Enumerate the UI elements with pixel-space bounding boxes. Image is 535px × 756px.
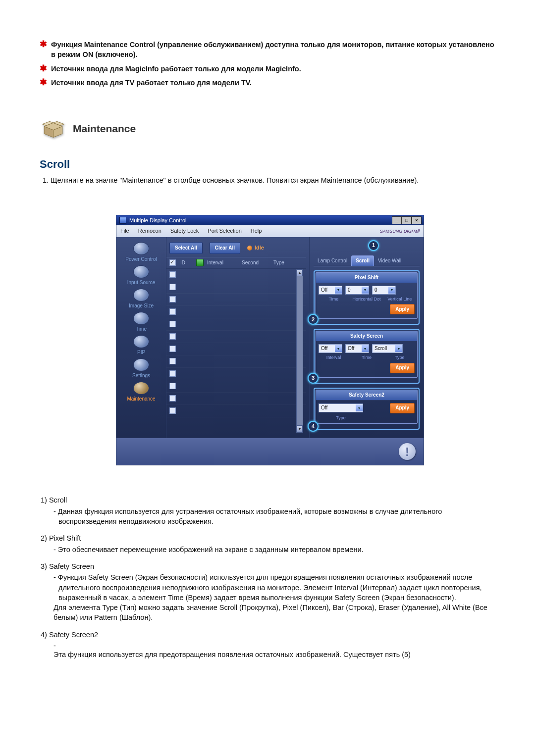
table-row[interactable] xyxy=(166,343,306,355)
titlebar: Multiple Display Control _ □ × xyxy=(116,215,424,225)
menu-file[interactable]: File xyxy=(120,227,129,235)
table-scrollbar[interactable]: ▴ ▾ xyxy=(296,269,303,433)
sidebar-item-maintenance[interactable]: Maintenance xyxy=(119,381,163,404)
clear-all-button[interactable]: Clear All xyxy=(210,242,240,254)
row-checkbox[interactable] xyxy=(169,346,176,352)
row-checkbox[interactable] xyxy=(169,296,176,302)
status-bar: ! xyxy=(116,438,424,465)
pixel-shift-title: Pixel Shift xyxy=(316,273,417,283)
safety2-type-select[interactable]: Off▾ xyxy=(319,403,363,412)
table-row[interactable] xyxy=(166,405,306,417)
pixel-shift-outline: 2 Pixel Shift Off▾ 0▾ 0▾ Time Horizontal… xyxy=(314,270,420,325)
row-checkbox[interactable] xyxy=(169,321,176,327)
desc-4-dash: - xyxy=(54,641,500,651)
desc-2-body: - Это обеспечивает перемещение изображен… xyxy=(54,545,500,554)
sidebar-label: Settings xyxy=(132,373,150,378)
maximize-button[interactable]: □ xyxy=(402,216,412,224)
tab-bar: Lamp Control Scroll Video Wall xyxy=(314,254,420,266)
star-icon: ✱ xyxy=(40,78,47,87)
row-checkbox[interactable] xyxy=(169,284,176,290)
col-interval: Interval xyxy=(207,259,242,266)
note-3: Источник ввода для TV работает только дл… xyxy=(51,78,252,88)
col-type: Type xyxy=(273,259,297,266)
scroll-down-icon[interactable]: ▾ xyxy=(297,425,303,432)
idle-dot-icon xyxy=(247,246,252,251)
safety-type-select[interactable]: Scroll▾ xyxy=(372,344,403,353)
right-pane: 1 Lamp Control Scroll Video Wall 2 Pixel… xyxy=(310,237,424,438)
safety-interval-select[interactable]: Off▾ xyxy=(319,344,342,353)
tab-scroll[interactable]: Scroll xyxy=(351,255,374,266)
maintenance-box-icon xyxy=(40,115,67,142)
chevron-down-icon: ▾ xyxy=(362,287,369,294)
pixel-shift-v-select[interactable]: 0▾ xyxy=(372,286,396,295)
desc-3-body: - Функция Safety Screen (Экран безопасно… xyxy=(54,572,500,603)
table-row[interactable] xyxy=(166,269,306,281)
safety-screen-apply-button[interactable]: Apply xyxy=(390,363,415,373)
sidebar-label: Maintenance xyxy=(127,396,155,402)
menu-port-selection[interactable]: Port Selection xyxy=(208,227,241,235)
center-pane: Select All Clear All Idle ID Interval Se… xyxy=(166,237,310,438)
label-h-dot: Horizontal Dot xyxy=(352,296,382,302)
row-checkbox[interactable] xyxy=(169,370,176,377)
scroll-up-icon[interactable]: ▴ xyxy=(297,269,303,276)
sidebar: Power Control Input Source Image Size Ti… xyxy=(116,237,166,438)
select-all-button[interactable]: Select All xyxy=(169,242,203,254)
tab-lamp-control[interactable]: Lamp Control xyxy=(314,256,351,266)
pixel-shift-apply-button[interactable]: Apply xyxy=(390,304,415,314)
safety-screen-outline: 3 Safety Screen Off▾ Off▾ Scroll▾ Interv… xyxy=(314,329,420,384)
sidebar-item-power-control[interactable]: Power Control xyxy=(119,241,163,264)
table-row[interactable] xyxy=(166,318,306,331)
star-icon: ✱ xyxy=(40,64,47,73)
desc-4-label: 4) Safety Screen2 xyxy=(41,630,500,640)
row-checkbox[interactable] xyxy=(169,333,176,340)
sidebar-item-input-source[interactable]: Input Source xyxy=(119,264,163,288)
callout-1: 1 xyxy=(368,240,379,251)
pixel-shift-h-select[interactable]: 0▾ xyxy=(345,286,369,295)
menu-safety-lock[interactable]: Safety Lock xyxy=(170,227,199,235)
power-icon xyxy=(133,242,149,255)
tab-video-wall[interactable]: Video Wall xyxy=(374,256,405,266)
row-checkbox[interactable] xyxy=(169,358,176,364)
table-row[interactable] xyxy=(166,380,306,393)
maintenance-heading: Maintenance xyxy=(73,121,136,136)
label-interval: Interval xyxy=(319,354,349,361)
table-row[interactable] xyxy=(166,331,306,343)
safety-screen2-apply-button[interactable]: Apply xyxy=(390,403,415,413)
desc-3-label: 3) Safety Screen xyxy=(41,561,500,571)
safety-time-select[interactable]: Off▾ xyxy=(345,344,369,353)
menu-remocon[interactable]: Remocon xyxy=(138,227,161,235)
sidebar-item-image-size[interactable]: Image Size xyxy=(119,288,163,311)
sidebar-label: Input Source xyxy=(127,280,156,285)
pixel-shift-time-select[interactable]: Off▾ xyxy=(319,286,342,295)
minimize-button[interactable]: _ xyxy=(392,216,402,224)
maintenance-icon xyxy=(133,382,149,395)
table-row[interactable] xyxy=(166,294,306,306)
status-col-icon xyxy=(196,259,204,266)
sidebar-item-pip[interactable]: PIP xyxy=(119,334,163,357)
note-2: Источник ввода для MagicInfo работает то… xyxy=(51,64,301,74)
close-button[interactable]: × xyxy=(412,216,422,224)
safety-screen2-title: Safety Screen2 xyxy=(316,390,417,401)
pixel-shift-group: Pixel Shift Off▾ 0▾ 0▾ Time Horizontal D… xyxy=(316,272,418,319)
table-row[interactable] xyxy=(166,393,306,405)
label-v-line: Vertical Line xyxy=(384,296,415,302)
sidebar-label: Power Control xyxy=(125,256,157,262)
row-checkbox[interactable] xyxy=(169,383,176,389)
image-size-icon xyxy=(133,289,149,302)
row-checkbox[interactable] xyxy=(169,407,176,414)
sidebar-item-settings[interactable]: Settings xyxy=(119,357,163,381)
sidebar-item-time[interactable]: Time xyxy=(119,311,163,334)
row-checkbox[interactable] xyxy=(169,308,176,315)
table-row[interactable] xyxy=(166,306,306,318)
table-row[interactable] xyxy=(166,281,306,294)
chevron-down-icon: ▾ xyxy=(335,287,342,294)
desc-3-body-2: Для элемента Type (Тип) можно задать зна… xyxy=(54,603,500,623)
menu-help[interactable]: Help xyxy=(251,227,262,235)
table-row[interactable] xyxy=(166,368,306,380)
pip-icon xyxy=(133,335,149,348)
row-checkbox[interactable] xyxy=(169,271,176,278)
row-checkbox[interactable] xyxy=(169,395,176,402)
table-row[interactable] xyxy=(166,355,306,368)
safety-screen-title: Safety Screen xyxy=(316,331,417,342)
header-checkbox[interactable] xyxy=(169,259,176,266)
